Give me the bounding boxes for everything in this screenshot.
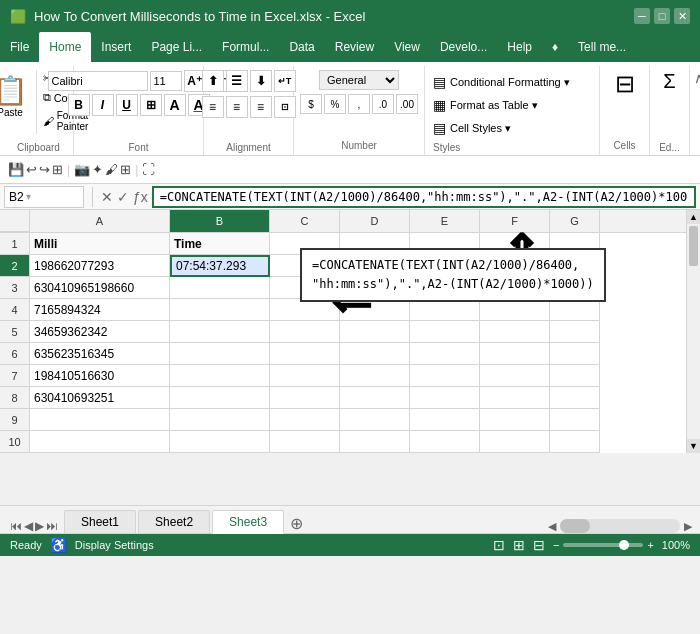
cell-E7[interactable] <box>410 365 480 387</box>
row-header-8[interactable]: 8 <box>0 387 30 409</box>
maximize-button[interactable]: □ <box>654 8 670 24</box>
cell-G5[interactable] <box>550 321 600 343</box>
insert-function-icon[interactable]: ƒx <box>133 189 148 205</box>
merge-center-button[interactable]: ⊡ <box>274 96 296 118</box>
cell-B2[interactable]: 07:54:37.293 <box>170 255 270 277</box>
scroll-left-button[interactable]: ◀ <box>548 520 556 533</box>
underline-button[interactable]: U <box>116 94 138 116</box>
confirm-formula-icon[interactable]: ✓ <box>117 189 129 205</box>
cell-A8[interactable]: 630410693251 <box>30 387 170 409</box>
row-header-2[interactable]: 2 <box>0 255 30 277</box>
cell-B4[interactable] <box>170 299 270 321</box>
format-as-table-button[interactable]: ▦ Format as Table ▾ <box>433 95 591 115</box>
menu-insert[interactable]: Insert <box>91 32 141 62</box>
add-sheet-button[interactable]: ⊕ <box>290 514 303 533</box>
paste-button[interactable]: 📋 Paste <box>0 70 37 134</box>
cell-A10[interactable] <box>30 431 170 453</box>
menu-formulas[interactable]: Formul... <box>212 32 279 62</box>
scroll-down-button[interactable]: ▼ <box>687 439 700 453</box>
menu-developer[interactable]: Develo... <box>430 32 497 62</box>
zoom-slider[interactable] <box>563 543 643 547</box>
more-icon[interactable]: ✦ <box>92 162 103 177</box>
cell-C6[interactable] <box>270 343 340 365</box>
cell-A2[interactable]: 198662077293 <box>30 255 170 277</box>
cell-F5[interactable] <box>480 321 550 343</box>
cell-C8[interactable] <box>270 387 340 409</box>
cell-F9[interactable] <box>480 409 550 431</box>
col-header-A[interactable]: A <box>30 210 170 232</box>
screenshot-icon[interactable]: 📷 <box>74 162 90 177</box>
menu-home[interactable]: Home <box>39 32 91 62</box>
border-button[interactable]: ⊞ <box>140 94 162 116</box>
cell-C10[interactable] <box>270 431 340 453</box>
expand-icon[interactable]: ⛶ <box>142 162 155 177</box>
row-header-10[interactable]: 10 <box>0 431 30 453</box>
cell-E5[interactable] <box>410 321 480 343</box>
number-format-select[interactable]: General Number Currency <box>319 70 399 90</box>
cell-D7[interactable] <box>340 365 410 387</box>
col-header-B[interactable]: B <box>170 210 270 232</box>
cell-F8[interactable] <box>480 387 550 409</box>
cell-A4[interactable]: 7165894324 <box>30 299 170 321</box>
font-name-input[interactable] <box>48 71 148 91</box>
cell-C9[interactable] <box>270 409 340 431</box>
customize-qat-icon[interactable]: ⊞ <box>52 162 63 177</box>
h-scroll-thumb[interactable] <box>560 519 590 533</box>
cell-A5[interactable]: 34659362342 <box>30 321 170 343</box>
fill-color-button[interactable]: A <box>164 94 186 116</box>
col-header-G[interactable]: G <box>550 210 600 232</box>
wrap-text-button[interactable]: ↵T <box>274 70 296 92</box>
cell-G9[interactable] <box>550 409 600 431</box>
page-layout-icon[interactable]: ⊞ <box>513 537 525 553</box>
italic-button[interactable]: I <box>92 94 114 116</box>
cell-B3[interactable] <box>170 277 270 299</box>
menu-diamond[interactable]: ♦ <box>542 32 568 62</box>
page-break-icon[interactable]: ⊟ <box>533 537 545 553</box>
menu-data[interactable]: Data <box>279 32 324 62</box>
font-size-input[interactable] <box>150 71 182 91</box>
undo-button[interactable]: ↩ <box>26 162 37 177</box>
align-center-button[interactable]: ≡ <box>226 96 248 118</box>
cell-D10[interactable] <box>340 431 410 453</box>
cell-A7[interactable]: 198410516630 <box>30 365 170 387</box>
first-sheet-button[interactable]: ⏮ <box>10 519 22 533</box>
sheet-tab-3[interactable]: Sheet3 <box>212 510 284 534</box>
scroll-right-button[interactable]: ▶ <box>684 520 692 533</box>
cell-E10[interactable] <box>410 431 480 453</box>
row-header-6[interactable]: 6 <box>0 343 30 365</box>
cell-A9[interactable] <box>30 409 170 431</box>
cell-D6[interactable] <box>340 343 410 365</box>
col-header-E[interactable]: E <box>410 210 480 232</box>
sheet-tab-2[interactable]: Sheet2 <box>138 510 210 533</box>
align-left-button[interactable]: ≡ <box>202 96 224 118</box>
cell-G6[interactable] <box>550 343 600 365</box>
cell-A6[interactable]: 635623516345 <box>30 343 170 365</box>
scroll-thumb[interactable] <box>689 226 698 266</box>
last-sheet-button[interactable]: ⏭ <box>46 519 58 533</box>
menu-help[interactable]: Help <box>497 32 542 62</box>
cell-F7[interactable] <box>480 365 550 387</box>
cell-styles-button[interactable]: ▤ Cell Styles ▾ <box>433 118 591 138</box>
increase-decimal-button[interactable]: .00 <box>396 94 418 114</box>
cell-B10[interactable] <box>170 431 270 453</box>
row-header-7[interactable]: 7 <box>0 365 30 387</box>
cell-G8[interactable] <box>550 387 600 409</box>
minimize-button[interactable]: ─ <box>634 8 650 24</box>
cell-B8[interactable] <box>170 387 270 409</box>
cell-B5[interactable] <box>170 321 270 343</box>
accounting-button[interactable]: $ <box>300 94 322 114</box>
cancel-formula-icon[interactable]: ✕ <box>101 189 113 205</box>
menu-file[interactable]: File <box>0 32 39 62</box>
conditional-formatting-button[interactable]: ▤ Conditional Formatting ▾ <box>433 72 591 92</box>
menu-page-layout[interactable]: Page Li... <box>141 32 212 62</box>
ribbon-collapse-button[interactable]: ∧ <box>690 66 700 155</box>
cell-B9[interactable] <box>170 409 270 431</box>
row-header-3[interactable]: 3 <box>0 277 30 299</box>
cell-B1[interactable]: Time <box>170 233 270 255</box>
comma-button[interactable]: , <box>348 94 370 114</box>
cell-A3[interactable]: 630410965198660 <box>30 277 170 299</box>
next-sheet-button[interactable]: ▶ <box>35 519 44 533</box>
cell-reference-box[interactable]: B2 ▾ <box>4 186 84 208</box>
cell-G7[interactable] <box>550 365 600 387</box>
align-bottom-button[interactable]: ⬇ <box>250 70 272 92</box>
